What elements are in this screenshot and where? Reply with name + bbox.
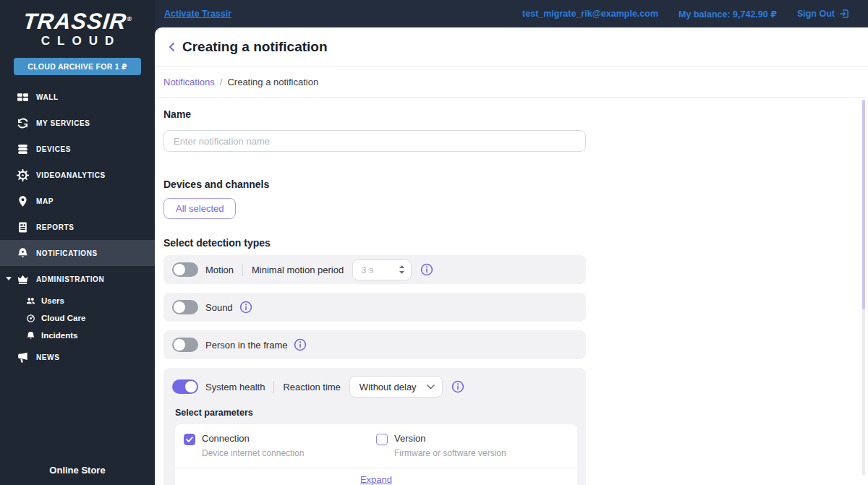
parameters-card: Connection Device internet connection Ve… <box>175 424 577 485</box>
sound-info-icon[interactable] <box>239 301 252 314</box>
incidents-icon <box>26 331 35 340</box>
sidebar-item-wall[interactable]: WALL <box>0 84 155 110</box>
devices-icon <box>16 142 29 155</box>
motion-detection-row: Motion Minimal motion period 3 s <box>163 255 586 284</box>
page-header: Creating a notification <box>155 27 868 66</box>
balance-label[interactable]: My balance: 9,742.90 ₽ <box>678 9 777 20</box>
connection-checkbox[interactable] <box>184 434 195 445</box>
map-icon <box>16 194 29 207</box>
sidebar-subitem-users[interactable]: Users <box>0 292 155 309</box>
breadcrumb: Notifications / Creating a notification <box>155 66 868 98</box>
person-info-icon[interactable] <box>294 338 307 351</box>
sidebar: TRASSIR® CLOUD CLOUD ARCHIVE FOR 1 ₽ WAL… <box>0 0 155 485</box>
scrollbar-track[interactable] <box>862 100 865 476</box>
motion-period-stepper[interactable]: 3 s <box>352 259 412 280</box>
all-selected-button[interactable]: All selected <box>163 198 236 219</box>
administration-icon <box>16 272 29 286</box>
account-email[interactable]: test_migrate_rik@example.com <box>522 9 658 19</box>
sound-toggle[interactable] <box>172 300 198 314</box>
sidebar-item-reports[interactable]: REPORTS <box>0 214 155 240</box>
sidebar-item-notifications[interactable]: NOTIFICATIONS <box>0 240 155 266</box>
reaction-time-select[interactable]: Without delay <box>349 376 443 398</box>
motion-toggle[interactable] <box>172 262 198 277</box>
content-panel: Creating a notification Notifications / … <box>155 27 868 485</box>
sidebar-item-administration[interactable]: ADMINISTRATION <box>0 266 155 292</box>
my-services-icon <box>16 116 29 129</box>
online-store-link[interactable]: Online Store <box>0 465 155 485</box>
wall-icon <box>16 90 29 103</box>
devices-section-label: Devices and channels <box>163 179 579 190</box>
sign-out-icon <box>839 9 849 19</box>
expand-link[interactable]: Expand <box>360 474 392 485</box>
motion-info-icon[interactable] <box>420 263 433 276</box>
back-button[interactable] <box>163 38 181 56</box>
chevron-down-icon <box>6 277 12 280</box>
system-health-info-icon[interactable] <box>451 380 464 393</box>
scrollbar-thumb[interactable] <box>862 100 865 309</box>
stepper-arrows-icon[interactable] <box>399 265 405 275</box>
divider <box>242 264 243 276</box>
news-icon <box>16 351 29 364</box>
sidebar-item-videoanalytics[interactable]: VIDEOANALYTICS <box>0 162 155 188</box>
logo-cloud-text: CLOUD <box>7 34 155 48</box>
breadcrumb-separator: / <box>220 77 223 87</box>
detection-section-label: Select detection types <box>163 237 579 249</box>
sidebar-item-devices[interactable]: DEVICES <box>0 136 155 162</box>
name-section-label: Name <box>163 108 579 120</box>
page-title: Creating a notification <box>182 39 328 55</box>
activate-trassir-link[interactable]: Activate Trassir <box>164 9 231 19</box>
system-health-section: System health Reaction time Without dela… <box>163 368 586 485</box>
parameter-connection: Connection Device internet connection <box>184 433 376 458</box>
topbar: Activate Trassir test_migrate_rik@exampl… <box>155 0 868 27</box>
select-parameters-label: Select parameters <box>175 408 574 418</box>
cloud-archive-button[interactable]: CLOUD ARCHIVE FOR 1 ₽ <box>14 58 141 75</box>
sidebar-nav: WALL MY SERVICES DEVICES VIDEOANALYTICS … <box>0 84 155 465</box>
system-health-label: System health <box>205 382 265 392</box>
minimal-motion-period-label: Minimal motion period <box>252 265 344 275</box>
sidebar-item-my-services[interactable]: MY SERVICES <box>0 110 155 136</box>
expand-row: Expand <box>175 468 577 485</box>
main-area: Activate Trassir test_migrate_rik@exampl… <box>155 0 868 485</box>
breadcrumb-notifications-link[interactable]: Notifications <box>163 77 215 87</box>
logo: TRASSIR® CLOUD <box>0 0 155 48</box>
videoanalytics-icon <box>16 168 29 181</box>
users-icon <box>26 296 35 306</box>
scroll-area: Name Devices and channels All selected S… <box>155 98 868 485</box>
sidebar-item-map[interactable]: MAP <box>0 188 155 214</box>
person-toggle[interactable] <box>172 338 198 352</box>
administration-subnav: Users Cloud Care Incidents <box>0 292 155 344</box>
breadcrumb-current: Creating a notification <box>227 77 318 87</box>
reports-icon <box>16 220 29 233</box>
notifications-icon <box>16 246 29 259</box>
system-health-toggle[interactable] <box>172 379 198 394</box>
sidebar-item-news[interactable]: NEWS <box>0 344 155 370</box>
version-checkbox[interactable] <box>376 434 388 445</box>
sign-out-button[interactable]: Sign Out <box>797 9 849 19</box>
person-detection-row: Person in the frame <box>163 330 586 359</box>
motion-label: Motion <box>205 265 234 275</box>
reaction-time-label: Reaction time <box>283 382 340 392</box>
parameter-version: Version Firmware or software version <box>376 433 569 458</box>
sound-label: Sound <box>205 302 233 313</box>
divider <box>273 381 274 393</box>
person-label: Person in the frame <box>205 340 287 351</box>
sound-detection-row: Sound <box>163 293 586 322</box>
notification-name-input[interactable] <box>163 130 586 152</box>
sidebar-subitem-cloud-care[interactable]: Cloud Care <box>0 309 155 327</box>
cloud-care-icon <box>26 314 35 323</box>
logo-trassir-text: TRASSIR® <box>22 10 133 33</box>
sidebar-subitem-incidents[interactable]: Incidents <box>0 327 155 344</box>
chevron-down-icon <box>427 385 435 390</box>
